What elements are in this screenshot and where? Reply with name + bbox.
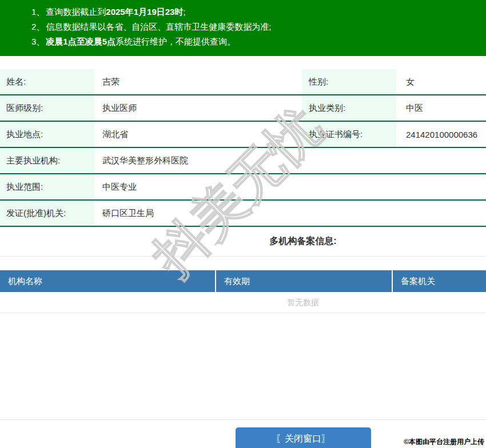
field-label: 执业证书编号: xyxy=(302,122,396,147)
notice-number: 3、 xyxy=(31,37,45,46)
no-data-text: 暂无数据 xyxy=(287,298,319,307)
field-value: 241420100000636 xyxy=(396,122,486,147)
filing-column-header: 有效期 xyxy=(216,270,393,292)
notice-number: 1、 xyxy=(31,7,45,17)
notice-item: 2、信息数据结果以各省、自治区、直辖市卫生健康委数据为准; xyxy=(31,19,480,34)
field-value: 湖北省 xyxy=(94,122,302,147)
field-label: 执业地点: xyxy=(0,122,94,147)
filing-column-header: 机构名称 xyxy=(0,270,216,292)
profile-row: 发证(批准)机关:硚口区卫生局 xyxy=(0,201,486,227)
profile-row: 主要执业机构:武汉华美整形外科医院 xyxy=(0,148,486,174)
field-label: 主要执业机构: xyxy=(0,148,94,173)
field-value: 女 xyxy=(396,69,486,94)
profile-row: 姓名:吉荣性别:女 xyxy=(0,69,486,95)
field-value: 吉荣 xyxy=(94,69,302,94)
field-value: 武汉华美整形外科医院 xyxy=(94,148,486,173)
field-label: 执业类别: xyxy=(302,95,396,121)
field-label: 姓名: xyxy=(0,69,94,94)
filing-section-title-row: 多机构备案信息: xyxy=(0,227,486,257)
notice-item: 1、查询数据截止到2025年1月19日23时; xyxy=(31,5,480,19)
field-label: 发证(批准)机关: xyxy=(0,201,94,226)
field-value: 中医 xyxy=(396,95,486,121)
profile-row: 医师级别:执业医师执业类别:中医 xyxy=(0,95,486,122)
close-window-button[interactable]: 〖关闭窗口〗 xyxy=(236,427,371,448)
field-value: 执业医师 xyxy=(94,95,302,121)
field-label: 执业范围: xyxy=(0,174,94,199)
filing-column-header: 备案机关 xyxy=(393,270,486,292)
notice-item: 3、凌晨1点至凌晨5点系统进行维护，不能提供查询。 xyxy=(31,34,480,49)
field-label: 性别: xyxy=(302,69,396,94)
profile-row: 执业地点:湖北省执业证书编号:241420100000636 xyxy=(0,122,486,148)
practitioner-info-table: 姓名:吉荣性别:女医师级别:执业医师执业类别:中医执业地点:湖北省执业证书编号:… xyxy=(0,69,486,227)
profile-row: 执业范围:中医专业 xyxy=(0,174,486,201)
notice-list: 1、查询数据截止到2025年1月19日23时;2、信息数据结果以各省、自治区、直… xyxy=(31,5,480,49)
notice-number: 2、 xyxy=(31,22,45,31)
notice-banner: 1、查询数据截止到2025年1月19日23时;2、信息数据结果以各省、自治区、直… xyxy=(0,0,486,56)
filing-section-title: 多机构备案信息: xyxy=(269,235,336,247)
field-label: 医师级别: xyxy=(0,95,94,121)
upload-credit-text: ©本图由平台注册用户上传 xyxy=(404,437,484,447)
filing-table-header: 机构名称有效期备案机关 xyxy=(0,270,486,292)
filing-empty-row: 暂无数据 xyxy=(0,292,486,313)
field-value: 硚口区卫生局 xyxy=(94,201,486,226)
bottom-divider xyxy=(0,419,486,420)
field-value: 中医专业 xyxy=(94,174,486,199)
